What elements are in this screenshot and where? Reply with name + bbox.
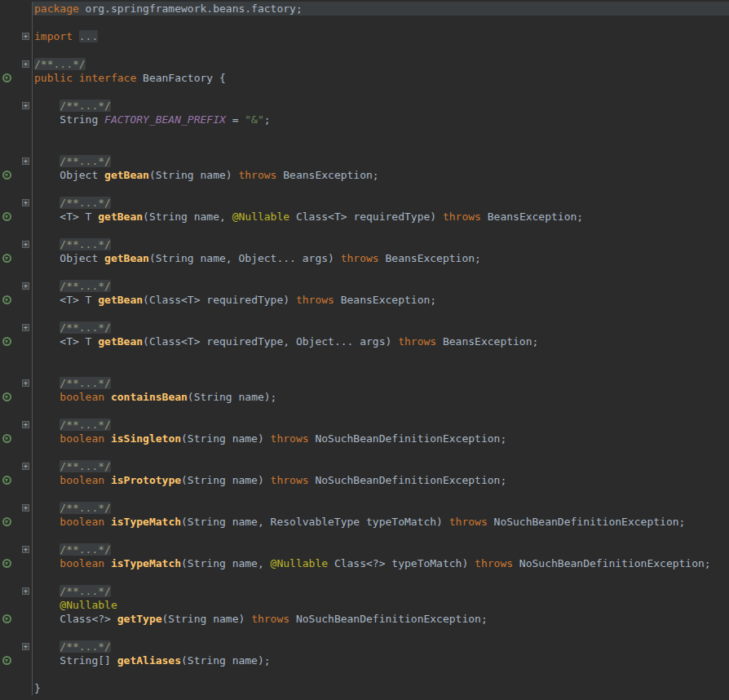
code-line[interactable]: boolean containsBean(String name); bbox=[0, 390, 729, 404]
code-line[interactable] bbox=[0, 126, 729, 140]
code-line[interactable]: + /**...*/ bbox=[0, 459, 729, 473]
fold-expand-icon[interactable]: + bbox=[22, 643, 29, 650]
code-text bbox=[33, 307, 729, 321]
code-line[interactable]: boolean isSingleton(String name) throws … bbox=[0, 432, 729, 445]
code-line[interactable]: + /**...*/ bbox=[0, 99, 729, 113]
token-folded-doc-comment[interactable]: /**...*/ bbox=[60, 377, 111, 389]
code-line[interactable] bbox=[0, 307, 729, 321]
implemented-method-gutter-icon[interactable] bbox=[2, 171, 11, 179]
code-line[interactable]: <T> T getBean(Class<T> requiredType) thr… bbox=[0, 293, 729, 307]
code-line[interactable] bbox=[0, 140, 729, 154]
implemented-method-gutter-icon[interactable] bbox=[2, 517, 11, 526]
code-line[interactable]: +import ... bbox=[0, 29, 729, 43]
code-line[interactable]: + /**...*/ bbox=[0, 543, 729, 556]
code-text: /**...*/ bbox=[33, 321, 729, 334]
fold-expand-icon[interactable]: + bbox=[22, 421, 29, 428]
fold-expand-icon[interactable]: + bbox=[22, 379, 29, 387]
implemented-method-gutter-icon[interactable] bbox=[2, 254, 11, 263]
token-folded-doc-comment[interactable]: /**...*/ bbox=[60, 321, 111, 334]
code-text bbox=[33, 126, 729, 140]
editor-gutter bbox=[0, 140, 33, 154]
code-line[interactable] bbox=[0, 43, 729, 57]
fold-expand-icon[interactable]: + bbox=[22, 199, 29, 206]
code-line[interactable] bbox=[0, 85, 729, 99]
code-line[interactable]: @Nullable bbox=[0, 598, 729, 612]
implemented-method-gutter-icon[interactable] bbox=[2, 212, 11, 221]
fold-expand-icon[interactable]: + bbox=[22, 282, 29, 290]
token-folded-doc-comment[interactable]: /**...*/ bbox=[60, 585, 111, 597]
code-line[interactable]: + /**...*/ bbox=[0, 640, 729, 653]
code-line[interactable]: + /**...*/ bbox=[0, 279, 729, 293]
token-folded-doc-comment[interactable]: /**...*/ bbox=[60, 502, 111, 514]
code-line[interactable]: + /**...*/ bbox=[0, 501, 729, 515]
fold-expand-icon[interactable]: + bbox=[22, 241, 29, 248]
token-folded-doc-comment[interactable]: /**...*/ bbox=[60, 100, 111, 112]
token-folded-region[interactable]: ... bbox=[79, 30, 98, 42]
code-line[interactable]: + /**...*/ bbox=[0, 376, 729, 390]
token-folded-doc-comment[interactable]: /**...*/ bbox=[34, 58, 86, 70]
implemented-method-gutter-icon[interactable] bbox=[2, 73, 11, 82]
implemented-method-gutter-icon[interactable] bbox=[2, 295, 11, 304]
code-line[interactable] bbox=[0, 667, 729, 681]
implemented-method-gutter-icon[interactable] bbox=[2, 392, 11, 401]
fold-expand-icon[interactable]: + bbox=[22, 546, 29, 553]
code-line[interactable]: String[] getAliases(String name); bbox=[0, 653, 729, 667]
implemented-method-gutter-icon[interactable] bbox=[2, 434, 11, 443]
implemented-method-gutter-icon[interactable] bbox=[2, 476, 11, 485]
code-line[interactable]: + /**...*/ bbox=[0, 237, 729, 251]
code-line[interactable]: + /**...*/ bbox=[0, 584, 729, 598]
code-line[interactable]: + /**...*/ bbox=[0, 321, 729, 334]
token-folded-doc-comment[interactable]: /**...*/ bbox=[60, 197, 111, 209]
implemented-method-gutter-icon[interactable] bbox=[2, 656, 11, 665]
fold-expand-icon[interactable]: + bbox=[22, 324, 29, 331]
code-line[interactable]: + /**...*/ bbox=[0, 418, 729, 432]
code-line[interactable] bbox=[0, 626, 729, 640]
code-line[interactable] bbox=[0, 362, 729, 376]
fold-expand-icon[interactable]: + bbox=[22, 504, 29, 512]
token-plain bbox=[73, 30, 79, 42]
code-text: /**...*/ bbox=[33, 99, 729, 113]
implemented-method-gutter-icon[interactable] bbox=[2, 559, 11, 568]
implemented-method-gutter-icon[interactable] bbox=[2, 614, 11, 623]
code-line[interactable] bbox=[0, 570, 729, 584]
token-folded-doc-comment[interactable]: /**...*/ bbox=[60, 460, 111, 472]
fold-expand-icon[interactable]: + bbox=[22, 157, 29, 165]
token-folded-doc-comment[interactable]: /**...*/ bbox=[60, 155, 111, 167]
code-line[interactable] bbox=[0, 445, 729, 459]
fold-expand-icon[interactable]: + bbox=[22, 102, 29, 109]
code-line[interactable] bbox=[0, 348, 729, 362]
token-folded-doc-comment[interactable]: /**...*/ bbox=[60, 280, 111, 292]
token-folded-doc-comment[interactable]: /**...*/ bbox=[60, 640, 111, 653]
code-line[interactable]: <T> T getBean(String name, @Nullable Cla… bbox=[0, 210, 729, 224]
fold-expand-icon[interactable]: + bbox=[22, 33, 29, 40]
code-line[interactable]: Class<?> getType(String name) throws NoS… bbox=[0, 612, 729, 626]
code-line[interactable]: boolean isTypeMatch(String name, @Nullab… bbox=[0, 556, 729, 570]
fold-expand-icon[interactable]: + bbox=[22, 60, 29, 68]
fold-expand-icon[interactable]: + bbox=[22, 463, 29, 470]
code-line[interactable] bbox=[0, 16, 729, 29]
token-plain: (String name, ResolvableType typeToMatch… bbox=[181, 516, 449, 528]
code-line[interactable] bbox=[0, 404, 729, 418]
code-line[interactable]: } bbox=[0, 681, 729, 695]
code-line[interactable]: boolean isTypeMatch(String name, Resolva… bbox=[0, 515, 729, 529]
token-folded-doc-comment[interactable]: /**...*/ bbox=[60, 543, 111, 556]
code-line[interactable]: <T> T getBean(Class<T> requiredType, Obj… bbox=[0, 334, 729, 348]
code-line[interactable] bbox=[0, 265, 729, 279]
code-line[interactable] bbox=[0, 529, 729, 543]
code-line[interactable] bbox=[0, 182, 729, 196]
code-line[interactable]: + /**...*/ bbox=[0, 196, 729, 210]
code-line[interactable]: Object getBean(String name) throws Beans… bbox=[0, 168, 729, 182]
code-line[interactable]: boolean isPrototype(String name) throws … bbox=[0, 473, 729, 487]
code-line[interactable] bbox=[0, 487, 729, 501]
implemented-method-gutter-icon[interactable] bbox=[2, 337, 11, 346]
code-line[interactable]: + /**...*/ bbox=[0, 154, 729, 168]
token-folded-doc-comment[interactable]: /**...*/ bbox=[60, 419, 111, 431]
code-line[interactable] bbox=[0, 224, 729, 237]
code-line[interactable]: +/**...*/ bbox=[0, 57, 729, 71]
code-line[interactable]: String FACTORY_BEAN_PREFIX = "&"; bbox=[0, 113, 729, 126]
fold-expand-icon[interactable]: + bbox=[22, 587, 29, 595]
token-folded-doc-comment[interactable]: /**...*/ bbox=[60, 238, 111, 250]
code-line[interactable]: package org.springframework.beans.factor… bbox=[0, 2, 729, 16]
code-line[interactable]: public interface BeanFactory { bbox=[0, 71, 729, 85]
code-line[interactable]: Object getBean(String name, Object... ar… bbox=[0, 251, 729, 265]
